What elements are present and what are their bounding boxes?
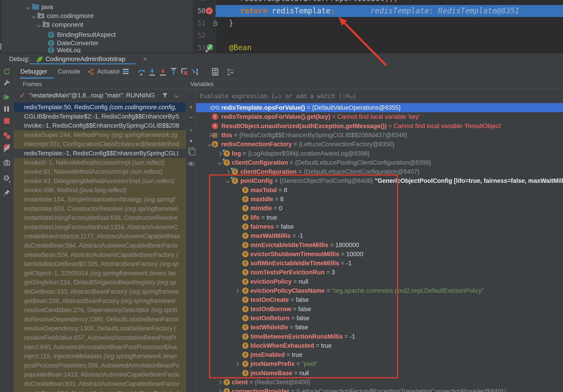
variable-row-jmxNameBase[interactable]: fjmxNameBase = null <box>196 369 563 378</box>
mute-breakpoints-icon[interactable] <box>3 143 11 151</box>
stack-frame-row[interactable]: resolveFieldValue:657, AutowiredAnnotati… <box>14 333 186 342</box>
stack-frame-row[interactable]: resolveDependency:1300, DefaultListableB… <box>14 324 186 333</box>
move-up-icon[interactable]: ▲ <box>187 126 195 133</box>
tree-item-component[interactable]: component <box>2 20 193 29</box>
chevron-icon[interactable] <box>235 362 239 366</box>
variable-row-maxTotal[interactable]: fmaxTotal = 8 <box>196 186 563 195</box>
step-over-icon[interactable] <box>137 67 146 76</box>
tab-console[interactable]: Console <box>57 64 82 79</box>
variable-row-testOnBorrow[interactable]: ftestOnBorrow = false <box>196 304 563 314</box>
move-down-icon[interactable]: ▼ <box>187 137 195 145</box>
variable-row-poolConfig[interactable]: fpoolConfig = {GenericObjectPoolConfig@8… <box>196 176 563 185</box>
stack-frame-row[interactable]: invoke:43, DelegatingMethodAccessorImpl … <box>14 177 186 186</box>
chevron-icon[interactable] <box>218 161 221 165</box>
stack-frame-row[interactable]: populateBean:1413, AbstractAutowireCapab… <box>14 370 186 379</box>
spring-bean-gutter-icon[interactable] <box>205 44 214 53</box>
drop-frame-icon[interactable] <box>180 67 189 76</box>
variable-row-clientConfiguration[interactable]: fclientConfiguration = {DefaultLettuceCl… <box>196 167 563 176</box>
force-step-into-icon[interactable] <box>159 67 167 76</box>
step-out-icon[interactable] <box>169 67 178 76</box>
variable-row-redisTemplate.opsForValue().get(key)[interactable]: !redisTemplate.opsForValue().get(key) = … <box>196 112 563 121</box>
chevron-icon[interactable] <box>31 14 36 18</box>
add-watch-icon[interactable]: + <box>187 103 195 111</box>
stack-frame-row[interactable]: createBean:524, AbstractAutowireCapableB… <box>14 250 186 260</box>
stack-frame-row[interactable]: lambda$doGetBean$0:335, AbstractBeanFact… <box>14 259 186 269</box>
stack-frame-row[interactable]: instantiateUsingFactoryMethod:638, Const… <box>14 213 186 223</box>
fold-marker-icon[interactable] <box>213 20 218 26</box>
variable-row-softMinEvictableIdleTimeMillis[interactable]: fsoftMinEvictableIdleTimeMillis = -1 <box>196 259 563 268</box>
resume-button[interactable] <box>3 93 11 101</box>
chevron-icon[interactable] <box>226 179 230 183</box>
stack-frame-row[interactable]: CGLIB$redisTemplate$2:-1, RedisConfig$$E… <box>14 112 186 121</box>
view-breakpoints-icon[interactable] <box>3 132 11 139</box>
variable-row-timeBetweenEvictionRunsMillis[interactable]: ftimeBetweenEvictionRunsMillis = -1 <box>196 332 563 341</box>
stack-frame-row[interactable]: instantiate:653, ConstructorResolver (or… <box>14 204 186 214</box>
tab-actuator[interactable]: Actuator <box>95 64 122 79</box>
stack-frame-row[interactable]: getBean:208, AbstractBeanFactory (org.sp… <box>14 296 186 306</box>
pause-button[interactable] <box>3 105 11 113</box>
stack-frame-row[interactable]: getSingleton:234, DefaultSingletonBeanRe… <box>14 278 186 287</box>
stack-frame-row[interactable]: createBeanInstance:1177, AbstractAutowir… <box>14 232 186 241</box>
scrollbar-thumb[interactable] <box>0 43 1 50</box>
variable-row-clientConfiguration[interactable]: fclientConfiguration = {DefaultLettucePo… <box>196 158 563 167</box>
evaluate-expression-input[interactable]: Evaluate expression (↵) or add a watch (… <box>196 91 563 101</box>
chevron-icon[interactable] <box>218 389 221 392</box>
stack-frame-row[interactable]: intercept:331, ConfigurationClassEnhance… <box>14 139 186 149</box>
variable-row-testOnCreate[interactable]: ftestOnCreate = false <box>196 295 563 304</box>
variable-row-maxWaitMillis[interactable]: fmaxWaitMillis = -1 <box>196 231 563 240</box>
stack-frame-row[interactable]: instantiateUsingFactoryMethod:1334, Abst… <box>14 223 186 232</box>
stack-frame-row[interactable]: postProcessProperties:399, AutowiredAnno… <box>14 361 186 370</box>
stop-button[interactable] <box>3 117 11 125</box>
tree-item-WebLog[interactable]: CWebLog <box>2 46 193 53</box>
variable-row-ResultObject.unauthorized(authException.getMessage())[interactable]: !ResultObject.unauthorized(authException… <box>196 122 563 131</box>
show-watches-eye-icon[interactable] <box>187 160 195 167</box>
variable-row-minEvictableIdleTimeMillis[interactable]: fminEvictableIdleTimeMillis = 1800000 <box>196 240 563 250</box>
thread-selector[interactable]: ✓ "restartedMain"@1,8...roup "main": RUN… <box>14 90 186 100</box>
chevron-icon[interactable] <box>235 289 239 293</box>
variable-row-maxIdle[interactable]: fmaxIdle = 8 <box>196 195 563 204</box>
tree-item-BindingResultAspect[interactable]: CBindingResultAspect <box>2 30 193 39</box>
restore-layout-icon[interactable] <box>123 69 131 77</box>
thread-dump-camera-icon[interactable] <box>3 159 11 166</box>
chevron-icon[interactable] <box>26 5 30 9</box>
stack-frame-row[interactable]: doGetBean:333, AbstractBeanFactory (org.… <box>14 287 186 296</box>
variable-row-blockWhenExhausted[interactable]: fblockWhenExhausted = true <box>196 341 563 350</box>
stack-frame-row[interactable]: invoke:498, Method (java.lang.reflect) <box>14 186 186 195</box>
run-to-cursor-icon[interactable] <box>191 67 199 76</box>
tree-item-java[interactable]: java <box>2 2 193 12</box>
wrench-icon[interactable] <box>3 79 11 87</box>
stack-frame-row[interactable]: redisTemplate:50, RedisConfig (com.codin… <box>14 103 186 112</box>
variable-row-fairness[interactable]: ffairness = false <box>196 222 563 231</box>
variable-row-jmxNamePrefix[interactable]: fjmxNamePrefix = "pool" <box>196 359 563 368</box>
stack-frame-row[interactable]: createBean:524, AbstractAutowireCapableB… <box>14 389 186 392</box>
project-scrollbar[interactable] <box>0 0 2 53</box>
stack-frame-row[interactable]: inject:119, InjectionMetadata (org.sprin… <box>14 352 186 361</box>
settings-gear-icon[interactable]: ⚙▾ <box>3 174 11 182</box>
variable-row-evictorShutdownTimeoutMillis[interactable]: fevictorShutdownTimeoutMillis = 10000 <box>196 250 563 259</box>
stack-frame-row[interactable]: doCreateBean:564, AbstractAutowireCapabl… <box>14 241 186 250</box>
filter-funnel-icon[interactable] <box>162 93 168 98</box>
step-into-icon[interactable] <box>148 67 156 76</box>
layout-settings-icon[interactable] <box>226 67 235 76</box>
stack-frame-row[interactable]: inject:640, AutowiredAnnotationBeanPostP… <box>14 342 186 352</box>
stack-frame-row[interactable]: instantiate:154, SimpleInstantiationStra… <box>14 195 186 204</box>
variable-row-log[interactable]: flog = {LogAdapter$Slf4jLocationAwareLog… <box>196 149 563 158</box>
close-icon[interactable]: × <box>143 53 147 65</box>
variable-row-testOnReturn[interactable]: ftestOnReturn = false <box>196 314 563 323</box>
variable-row-connectionProvider[interactable]: fconnectionProvider = {LettuceConnection… <box>196 387 563 392</box>
stack-frame-row[interactable]: doResolveDependency:1380, DefaultListabl… <box>14 315 186 324</box>
variable-row-jmxEnabled[interactable]: fjmxEnabled = true <box>196 350 563 359</box>
breakpoint-icon[interactable]: ✓ <box>206 8 213 14</box>
tree-item-com.codingmore[interactable]: com.codingmore <box>2 11 193 20</box>
tab-debugger[interactable]: Debugger <box>17 64 51 79</box>
variable-row-client[interactable]: fclient = {RedisClient@8400} <box>196 378 563 387</box>
variable-row-evictionPolicyClassName[interactable]: fevictionPolicyClassName = "org.apache.c… <box>196 286 563 295</box>
variable-row-redisConnectionFactory[interactable]: predisConnectionFactory = {LettuceConnec… <box>196 140 563 149</box>
chevron-down-icon[interactable] <box>175 93 179 97</box>
stack-frame-row[interactable]: invoke:62, NativeMethodAccessorImpl (sun… <box>14 167 186 177</box>
variable-row-minIdle[interactable]: fminIdle = 0 <box>196 204 563 213</box>
variable-row-numTestsPerEvictionRun[interactable]: fnumTestsPerEvictionRun = 3 <box>196 268 563 277</box>
variable-row-redisTemplate.opsForValue()[interactable]: redisTemplate.opsForValue() = {DefaultVa… <box>196 103 563 112</box>
stack-frame-row[interactable]: getObject:-1, 22505914 (org.springframew… <box>14 269 186 278</box>
stack-frame-row[interactable]: doCreateBean:601, AbstractAutowireCapabl… <box>14 379 186 389</box>
